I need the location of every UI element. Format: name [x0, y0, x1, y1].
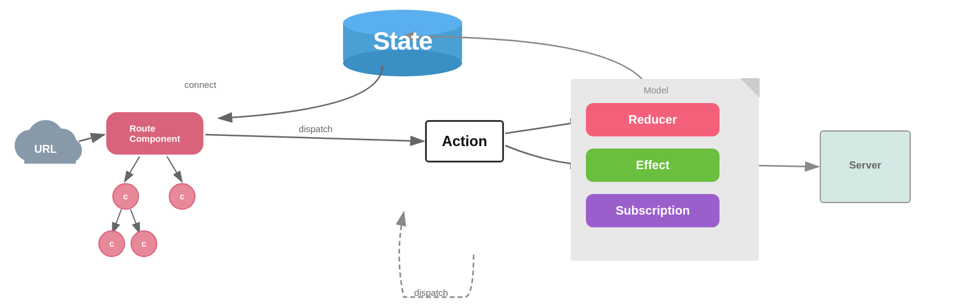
child-c1: c: [112, 183, 139, 210]
state-node: State: [343, 19, 462, 63]
route-component-label: RouteComponent: [129, 123, 180, 144]
child-c3-label: c: [109, 239, 114, 249]
svg-line-14: [205, 135, 424, 141]
diagram: { "diagram": { "title": "Redux Architect…: [0, 0, 980, 308]
svg-text:dispatch: dispatch: [414, 287, 448, 298]
child-c2: c: [169, 183, 196, 210]
route-component-node: RouteComponent: [106, 112, 203, 155]
reducer-label: Reducer: [628, 113, 677, 127]
child-c1-label: c: [123, 192, 128, 201]
svg-text:URL: URL: [35, 143, 57, 155]
child-c4: c: [131, 230, 157, 257]
action-node: Action: [425, 120, 504, 162]
model-label: Model: [644, 85, 669, 95]
svg-text:connect: connect: [185, 79, 217, 90]
svg-text:dispatch: dispatch: [299, 124, 333, 134]
state-label: State: [373, 27, 432, 56]
subscription-label: Subscription: [616, 204, 690, 218]
server-node: Server: [820, 130, 911, 203]
svg-line-12: [79, 135, 104, 141]
reducer-node: Reducer: [586, 103, 720, 136]
svg-line-17: [112, 209, 121, 233]
effect-label: Effect: [636, 158, 670, 172]
child-c2-label: c: [180, 192, 185, 201]
child-c3: c: [98, 230, 125, 257]
subscription-node: Subscription: [586, 194, 720, 227]
effect-node: Effect: [586, 149, 720, 182]
svg-line-19: [167, 156, 182, 182]
svg-line-18: [131, 209, 140, 233]
action-label: Action: [442, 133, 488, 150]
server-icon: [821, 132, 980, 308]
child-c4-label: c: [141, 239, 146, 249]
svg-line-16: [124, 156, 140, 182]
